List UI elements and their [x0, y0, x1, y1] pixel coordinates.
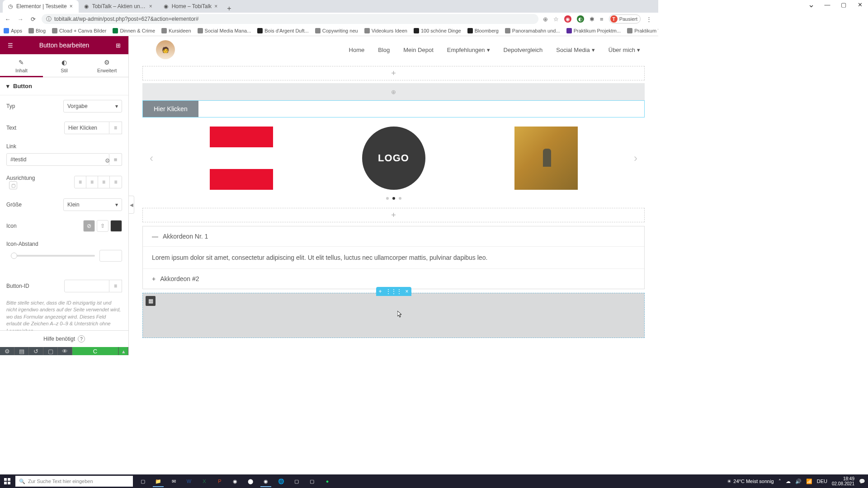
dot-1[interactable]: [386, 197, 389, 200]
bookmark-item[interactable]: Kursideen: [161, 28, 191, 33]
nav-social[interactable]: Social Media▾: [556, 47, 594, 53]
carousel-image-flag[interactable]: [210, 127, 273, 190]
help-needed[interactable]: Hilfe benötigt ?: [0, 331, 128, 347]
align-left-icon[interactable]: ≡: [75, 176, 86, 188]
nav-home[interactable]: Home: [349, 47, 365, 53]
dynamic-icon[interactable]: ≡: [109, 153, 122, 166]
zoom-icon[interactable]: ⊕: [543, 16, 548, 23]
site-logo-avatar[interactable]: 🧑: [156, 40, 175, 59]
preview-button[interactable]: Hier Klicken: [143, 101, 198, 117]
url-field[interactable]: ⓘ tobitalk.at/wp-admin/post.php?post=627…: [42, 14, 538, 24]
empty-section-2[interactable]: +: [142, 208, 645, 222]
profile-paused[interactable]: T Pausiert: [609, 14, 641, 23]
nav-depotvergleich[interactable]: Depotvergleich: [504, 47, 543, 53]
collapse-panel-icon[interactable]: ◀: [129, 196, 134, 214]
button-widget[interactable]: Hier Klicken: [142, 100, 645, 117]
delete-icon[interactable]: ×: [406, 288, 409, 295]
accordion-widget[interactable]: — Akkordeon Nr. 1 Lorem ipsum dolor sit …: [142, 226, 645, 289]
tab-erweitert[interactable]: ⚙ Erweitert: [85, 54, 128, 77]
desktop-icon[interactable]: ▢: [9, 181, 17, 189]
carousel-image-photo[interactable]: [514, 127, 578, 190]
accordion-item-2-head[interactable]: + Akkordeon #2: [143, 269, 644, 289]
tab-tobitalk-1[interactable]: ◉ TobiTalk – Aktien und persönlich ×: [79, 0, 158, 13]
puzzle-icon[interactable]: ✱: [590, 16, 594, 23]
dot-3[interactable]: [399, 197, 401, 200]
input-button-id[interactable]: [64, 280, 109, 292]
bookmark-item[interactable]: Praktikum Projektm...: [566, 28, 621, 33]
align-justify-icon[interactable]: ≡: [110, 176, 122, 188]
responsive-icon[interactable]: ▢: [43, 347, 58, 355]
tab-inhalt[interactable]: ✎ Inhalt: [0, 54, 43, 77]
drag-widget-area[interactable]: ⊕: [142, 83, 645, 100]
ext-icon-1[interactable]: ◉: [564, 15, 571, 23]
new-tab-button[interactable]: +: [223, 5, 235, 13]
input-link[interactable]: [6, 153, 109, 166]
history-icon[interactable]: ↺: [29, 347, 43, 355]
site-icon: [467, 28, 473, 33]
back-icon[interactable]: ←: [4, 16, 12, 23]
bookmark-item[interactable]: Panoramabahn und...: [505, 28, 560, 33]
nav-empfehlungen[interactable]: Empfehlungen▾: [447, 47, 490, 53]
nav-ueber[interactable]: Über mich▾: [609, 47, 640, 53]
tab-tobitalk-2[interactable]: ◉ Home – TobiTalk ×: [158, 0, 224, 13]
bookmark-item[interactable]: Copywriting neu: [315, 28, 358, 33]
icon-upload[interactable]: ⇧: [97, 220, 108, 232]
nav-depot[interactable]: Mein Depot: [403, 47, 433, 53]
reading-list-icon[interactable]: ≡: [600, 16, 604, 23]
tab-stil[interactable]: ◐ Stil: [43, 54, 86, 77]
add-section-icon[interactable]: +: [143, 66, 644, 80]
bookmark-item[interactable]: Videokurs Ideen: [364, 28, 407, 33]
carousel-widget[interactable]: ‹ LOGO ›: [142, 117, 645, 205]
input-text[interactable]: [64, 122, 109, 134]
empty-section-1[interactable]: +: [142, 66, 645, 80]
column-handle-icon[interactable]: ▦: [146, 296, 156, 306]
close-icon[interactable]: ×: [149, 3, 154, 9]
bookmark-item[interactable]: Blog: [28, 28, 46, 33]
save-options-icon[interactable]: ▴: [118, 347, 128, 355]
dynamic-icon[interactable]: ≡: [109, 280, 122, 292]
nav-blog[interactable]: Blog: [378, 47, 390, 53]
close-icon[interactable]: ×: [70, 3, 74, 9]
bookmark-item[interactable]: 100 schöne Dinge: [414, 28, 461, 33]
carousel-image-logo[interactable]: LOGO: [362, 127, 425, 190]
settings-icon[interactable]: ⚙: [0, 347, 14, 355]
section-button[interactable]: ▾ Button: [0, 77, 128, 95]
save-button[interactable]: C: [72, 347, 118, 355]
bookmark-item[interactable]: Bloomberg: [467, 28, 499, 33]
navigator-icon[interactable]: ▤: [14, 347, 29, 355]
selected-section[interactable]: + ⋮⋮⋮ × ▦: [142, 293, 645, 338]
align-center-icon[interactable]: ≡: [86, 176, 98, 188]
forward-icon[interactable]: →: [16, 16, 24, 23]
carousel-next-icon[interactable]: ›: [631, 152, 640, 164]
add-icon[interactable]: +: [378, 288, 382, 295]
preview-icon[interactable]: 👁: [58, 347, 72, 355]
select-typ[interactable]: Vorgabe ▾: [63, 100, 122, 113]
reload-icon[interactable]: ⟳: [29, 16, 37, 23]
menu-icon[interactable]: ⋮: [646, 16, 652, 23]
icon-none[interactable]: ⊘: [83, 220, 95, 232]
add-section-icon[interactable]: +: [143, 208, 644, 222]
close-icon[interactable]: ×: [214, 3, 219, 9]
carousel-prev-icon[interactable]: ‹: [147, 152, 156, 164]
bookmark-apps[interactable]: Apps: [4, 28, 22, 33]
icon-library[interactable]: [110, 220, 122, 232]
drag-handle-icon[interactable]: ⋮⋮⋮: [386, 288, 402, 295]
bookmark-item[interactable]: Dinnen & Crime: [113, 28, 155, 33]
ext-icon-2[interactable]: ◐: [577, 15, 584, 23]
bookmark-item[interactable]: Social Media Mana...: [198, 28, 251, 33]
bookmark-item[interactable]: Praktikum WU: [627, 28, 658, 33]
slider-icon-abstand[interactable]: [11, 255, 95, 257]
dot-2[interactable]: [392, 197, 395, 200]
accordion-item-1-head[interactable]: — Akkordeon Nr. 1: [143, 226, 644, 247]
grid-icon[interactable]: ⊞: [113, 40, 123, 50]
dynamic-icon[interactable]: ≡: [109, 122, 122, 134]
select-groesse[interactable]: Klein ▾: [63, 198, 122, 211]
bookmark-item[interactable]: Cload + Canva Bilder: [52, 28, 106, 33]
star-icon[interactable]: ☆: [553, 16, 559, 23]
tab-elementor[interactable]: ◷ Elementor | Testseite ×: [3, 0, 79, 13]
hamburger-icon[interactable]: ☰: [5, 40, 15, 50]
bookmark-item[interactable]: Bois d'Argent Duft...: [257, 28, 308, 33]
input-icon-abstand[interactable]: [99, 250, 122, 262]
gear-icon[interactable]: ⚙: [105, 157, 110, 164]
align-right-icon[interactable]: ≡: [98, 176, 110, 188]
